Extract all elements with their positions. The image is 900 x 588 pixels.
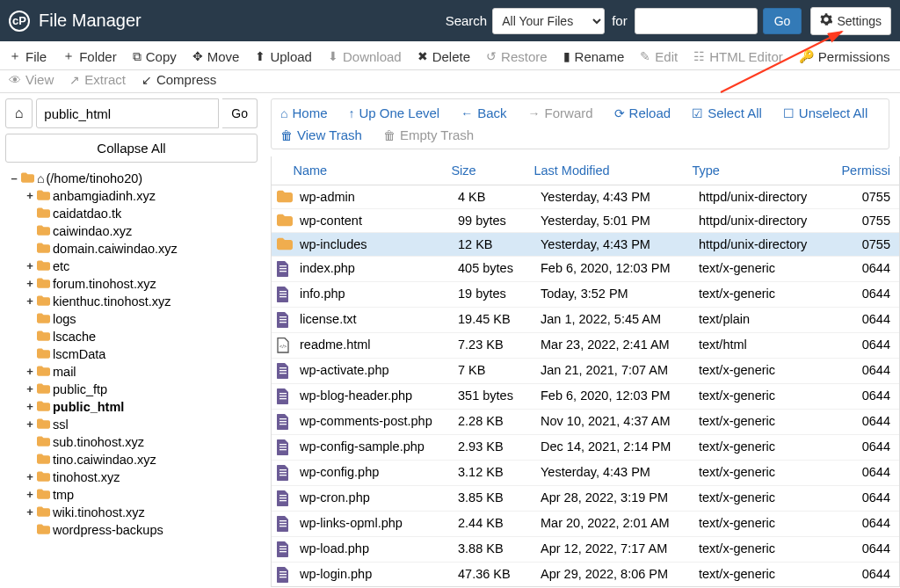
new-folder-button[interactable]: ＋Folder xyxy=(62,48,117,64)
tree-item[interactable]: lscache xyxy=(21,328,258,345)
nav-reload-button[interactable]: ⟳Reload xyxy=(614,105,671,120)
tree-item[interactable]: +ssl xyxy=(21,416,258,433)
table-row[interactable]: license.txt19.45 KBJan 1, 2022, 5:45 AMt… xyxy=(272,308,899,333)
col-type[interactable]: Type xyxy=(686,156,836,185)
path-go-button[interactable]: Go xyxy=(222,98,258,128)
view-button[interactable]: 👁View xyxy=(9,72,54,87)
table-row[interactable]: wp-login.php47.36 KBApr 29, 2022, 8:06 P… xyxy=(272,563,899,587)
tree-item[interactable]: domain.caiwindao.xyz xyxy=(21,240,258,258)
settings-button[interactable]: Settings xyxy=(810,7,891,35)
expander-icon[interactable] xyxy=(25,222,35,240)
search-input[interactable] xyxy=(635,8,758,34)
tree-item[interactable]: +mail xyxy=(21,363,258,381)
expander-icon[interactable]: – xyxy=(9,170,19,187)
table-row[interactable]: wp-cron.php3.85 KBApr 28, 2022, 3:19 PMt… xyxy=(272,486,899,512)
table-row[interactable]: </>readme.html7.23 KBMar 23, 2022, 2:41 … xyxy=(272,333,899,359)
expander-icon[interactable] xyxy=(25,205,35,222)
tree-item[interactable]: +kienthuc.tinohost.xyz xyxy=(21,293,258,310)
table-row[interactable]: wp-comments-post.php2.28 KBNov 10, 2021,… xyxy=(272,410,899,435)
collapse-all-button[interactable]: Collapse All xyxy=(5,134,258,163)
expander-icon[interactable] xyxy=(25,433,35,451)
table-row[interactable]: wp-config.php3.12 KBYesterday, 4:43 PMte… xyxy=(272,461,899,486)
tree-item[interactable]: +anbamgiadinh.xyz xyxy=(21,187,258,205)
tree-item[interactable]: caidatdao.tk xyxy=(21,205,258,222)
compress-button[interactable]: ↙Compress xyxy=(142,72,216,87)
expander-icon[interactable]: + xyxy=(25,486,35,504)
table-row[interactable]: wp-activate.php7 KBJan 21, 2021, 7:07 AM… xyxy=(272,359,899,384)
nav-back-button[interactable]: ←Back xyxy=(461,105,506,120)
expander-icon[interactable] xyxy=(25,328,35,345)
cell-modified: Yesterday, 4:43 PM xyxy=(535,461,693,485)
tree-item-label: sub.tinohost.xyz xyxy=(53,433,144,451)
expander-icon[interactable]: + xyxy=(25,381,35,398)
table-row[interactable]: wp-links-opml.php2.44 KBMar 20, 2022, 2:… xyxy=(272,512,899,537)
expander-icon[interactable]: + xyxy=(25,398,35,416)
tree-root[interactable]: – ⌂ (/home/tinoho20) xyxy=(9,170,258,187)
expander-icon[interactable] xyxy=(25,310,35,328)
col-name[interactable]: Name xyxy=(287,156,446,185)
extract-button[interactable]: ↗Extract xyxy=(69,72,126,87)
copy-button[interactable]: ⧉Copy xyxy=(133,49,177,64)
tree-item[interactable]: +etc xyxy=(21,258,258,275)
new-file-button[interactable]: ＋File xyxy=(9,48,47,64)
expander-icon[interactable] xyxy=(25,240,35,258)
expander-icon[interactable]: + xyxy=(25,258,35,275)
table-row[interactable]: info.php19 bytesToday, 3:52 PMtext/x-gen… xyxy=(272,282,899,308)
tree-item[interactable]: wordpress-backups xyxy=(21,521,258,539)
tree-item[interactable]: +forum.tinohost.xyz xyxy=(21,275,258,293)
nav-up-button[interactable]: ↑Up One Level xyxy=(348,105,439,120)
delete-button[interactable]: ✖Delete xyxy=(417,49,470,64)
expander-icon[interactable]: + xyxy=(25,293,35,310)
col-permissions[interactable]: Permissi xyxy=(836,156,899,185)
home-path-button[interactable]: ⌂ xyxy=(5,98,33,128)
restore-button[interactable]: ↺Restore xyxy=(486,49,548,64)
expander-icon[interactable]: + xyxy=(25,468,35,486)
nav-home-button[interactable]: ⌂Home xyxy=(280,105,327,120)
expander-icon[interactable]: + xyxy=(25,363,35,381)
tree-item[interactable]: +tinohost.xyz xyxy=(21,468,258,486)
table-row[interactable]: wp-content99 bytesYesterday, 5:01 PMhttp… xyxy=(272,209,899,233)
move-button[interactable]: ✥Move xyxy=(192,49,240,64)
expander-icon[interactable] xyxy=(25,521,35,539)
search-scope-select[interactable]: All Your Files xyxy=(492,8,605,34)
download-button[interactable]: ⬇Download xyxy=(328,49,402,64)
expander-icon[interactable]: + xyxy=(25,504,35,521)
col-size[interactable]: Size xyxy=(446,156,528,185)
tree-item[interactable]: +public_html xyxy=(21,398,258,416)
file-list[interactable]: Name Size Last Modified Type Permissi wp… xyxy=(271,156,900,587)
table-row[interactable]: wp-includes12 KBYesterday, 4:43 PMhttpd/… xyxy=(272,233,899,257)
tree-item[interactable]: +wiki.tinohost.xyz xyxy=(21,504,258,521)
expander-icon[interactable]: + xyxy=(25,275,35,293)
empty-trash-button[interactable]: 🗑Empty Trash xyxy=(383,127,474,142)
svg-rect-32 xyxy=(279,548,287,549)
rename-button[interactable]: ▮Rename xyxy=(563,49,625,64)
expander-icon[interactable] xyxy=(25,451,35,468)
select-all-button[interactable]: ☑Select All xyxy=(692,105,762,120)
upload-button[interactable]: ⬆Upload xyxy=(255,49,312,64)
table-row[interactable]: wp-load.php3.88 KBApr 12, 2022, 7:17 AMt… xyxy=(272,537,899,563)
expander-icon[interactable]: + xyxy=(25,187,35,205)
nav-forward-button[interactable]: →Forward xyxy=(528,105,593,120)
tree-item[interactable]: +public_ftp xyxy=(21,381,258,398)
edit-button[interactable]: ✎Edit xyxy=(640,49,678,64)
table-row[interactable]: index.php405 bytesFeb 6, 2020, 12:03 PMt… xyxy=(272,257,899,282)
tree-item[interactable]: sub.tinohost.xyz xyxy=(21,433,258,451)
expander-icon[interactable]: + xyxy=(25,416,35,433)
search-go-button[interactable]: Go xyxy=(763,8,802,34)
table-row[interactable]: wp-config-sample.php2.93 KBDec 14, 2021,… xyxy=(272,435,899,461)
html-editor-button[interactable]: ☷HTML Editor xyxy=(693,49,783,64)
tree-item[interactable]: lscmData xyxy=(21,345,258,363)
permissions-button[interactable]: 🔑Permissions xyxy=(799,49,890,64)
tree-item[interactable]: tino.caiwindao.xyz xyxy=(21,451,258,468)
view-trash-button[interactable]: 🗑View Trash xyxy=(280,127,362,142)
path-input[interactable] xyxy=(36,98,219,128)
table-row[interactable]: wp-admin4 KBYesterday, 4:43 PMhttpd/unix… xyxy=(272,185,899,209)
tree-item[interactable]: logs xyxy=(21,310,258,328)
tree-item[interactable]: caiwindao.xyz xyxy=(21,222,258,240)
table-row[interactable]: wp-blog-header.php351 bytesFeb 6, 2020, … xyxy=(272,384,899,410)
reload-icon: ⟳ xyxy=(614,106,625,120)
expander-icon[interactable] xyxy=(25,345,35,363)
col-modified[interactable]: Last Modified xyxy=(528,156,686,185)
unselect-all-button[interactable]: ☐Unselect All xyxy=(783,105,867,120)
tree-item[interactable]: +tmp xyxy=(21,486,258,504)
